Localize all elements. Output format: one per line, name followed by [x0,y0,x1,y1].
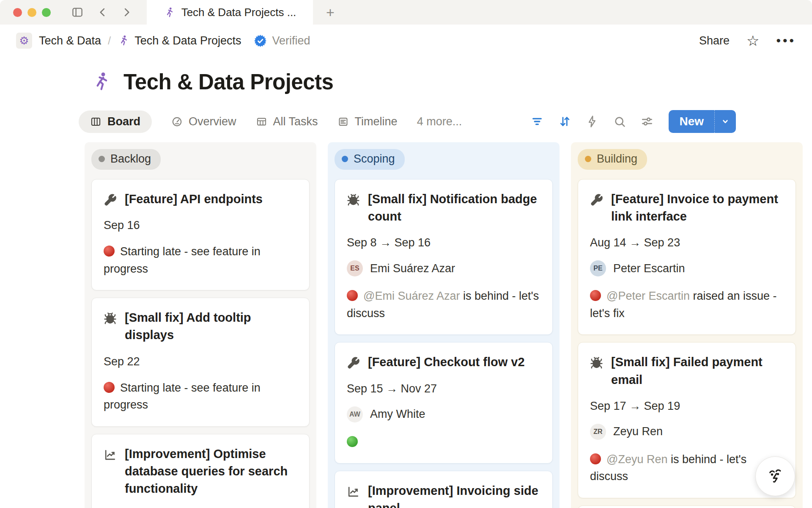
card-date: Sep 22 [104,355,297,368]
assignee-name: Peter Escartin [613,262,685,275]
share-button[interactable]: Share [699,34,730,47]
verified-badge: Verified [254,34,310,47]
task-card[interactable]: [Improvement] Invoicing side panel Sep 1… [335,471,553,508]
task-card[interactable]: [Improvement] Optimise database queries … [91,434,310,508]
favorite-star-icon[interactable]: ☆ [746,33,759,48]
status-dot-icon [585,156,591,162]
card-status-comment [347,433,540,451]
back-icon[interactable] [96,5,110,19]
tab-label: Board [107,115,140,128]
chevron-down-icon [720,116,731,127]
browser-tab[interactable]: Tech & Data Projects ... [147,0,313,25]
column-label: Backlog [110,152,151,166]
notion-ai-face-icon [763,464,787,488]
new-button[interactable]: New [669,110,714,133]
table-icon [256,116,267,127]
status-circle-icon [347,436,358,447]
column-cards: [Feature] Invoice to payment link interf… [578,179,796,508]
bug-icon [590,356,603,370]
forward-icon[interactable] [119,5,134,19]
card-status-comment: @Peter Escartin raised an issue - let's … [590,287,784,322]
more-views-button[interactable]: 4 more... [417,115,462,128]
column-cards: [Small fix] Notification badge count Sep… [335,179,553,508]
chart-icon [347,485,360,498]
new-dropdown-button[interactable] [714,110,736,133]
tab-all-tasks[interactable]: All Tasks [256,115,318,128]
traffic-lights [13,8,51,17]
card-assignee: ZR Zeyu Ren [590,424,784,440]
breadcrumb-page[interactable]: Tech & Data Projects [134,34,241,47]
column-label: Scoping [354,152,395,166]
more-menu-icon[interactable]: ••• [776,34,796,47]
tab-label: Timeline [355,115,398,128]
sort-icon[interactable] [557,114,572,129]
card-assignee: ES Emi Suárez Azar [347,260,540,276]
filter-icon[interactable] [529,114,545,129]
card-title: [Small fix] Notification badge count [368,190,540,225]
verified-seal-icon [254,34,267,47]
task-card[interactable]: [Feature] Invoice to payment link interf… [578,179,796,335]
tab-timeline[interactable]: Timeline [337,115,398,128]
column-status-pill[interactable]: Building [578,149,647,170]
card-title: [Small fix] Failed payment email [611,353,784,388]
avatar: AW [347,406,363,422]
timeline-list-icon [337,116,349,127]
app-window: Tech & Data Projects ... + ⚙ Tech & Data… [0,0,812,508]
task-card[interactable]: [Feature] Advanced settings on partial i… [578,505,796,508]
wrench-icon [104,193,117,207]
runner-icon [164,7,175,18]
view-settings-sliders-icon[interactable] [639,114,655,129]
board-column-backlog: Backlog [Feature] API endpoints Sep 16 S… [85,142,316,508]
status-mention: @Peter Escartin [606,290,693,302]
task-card[interactable]: [Feature] Checkout flow v2 Sep 15 → Nov … [335,342,553,464]
gauge-icon [171,116,183,127]
task-card[interactable]: [Feature] API endpoints Sep 16 Starting … [91,179,310,290]
lightning-icon[interactable] [584,114,600,129]
column-status-pill[interactable]: Scoping [335,149,405,170]
status-dot-icon [342,156,348,162]
runner-icon [118,35,129,47]
sidebar-toggle-icon[interactable] [70,5,85,19]
card-title: [Feature] API endpoints [125,190,263,208]
wrench-icon [590,193,603,207]
status-circle-icon [104,382,115,393]
breadcrumb-workspace[interactable]: Tech & Data [39,34,101,47]
gear-icon[interactable]: ⚙ [16,33,32,49]
status-dot-icon [99,156,105,162]
card-title: [Improvement] Invoicing side panel [368,482,540,508]
search-icon[interactable] [612,114,627,129]
breadcrumb-separator: / [108,34,111,47]
status-circle-icon [590,453,601,464]
tab-overview[interactable]: Overview [171,115,236,128]
task-card[interactable]: [Small fix] Add tooltip displays Sep 22 … [91,298,310,426]
avatar: PE [590,260,606,276]
card-status-comment: @Zeyu Ren is behind - let's discuss [590,451,784,485]
status-mention: @Zeyu Ren [606,453,671,466]
card-assignee: AW Amy White [347,406,540,422]
board-view-icon [90,116,102,127]
card-date: Sep 16 [104,219,297,232]
new-tab-button[interactable]: + [321,0,340,25]
card-title: [Small fix] Add tooltip displays [125,309,297,344]
bug-icon [347,193,360,207]
close-window-button[interactable] [13,8,22,17]
tab-board[interactable]: Board [79,110,152,133]
column-status-pill[interactable]: Backlog [91,149,161,170]
minimize-window-button[interactable] [27,8,36,17]
card-title: [Improvement] Optimise database queries … [125,445,297,498]
notion-ai-fab-button[interactable] [755,456,795,496]
view-bar: Board Overview All Tasks [79,110,736,133]
card-date: Aug 14 → Sep 23 [590,236,784,249]
card-date: Sep 8 → Sep 16 [347,236,540,249]
titlebar: Tech & Data Projects ... + [0,0,812,25]
page-header: Tech & Data Projects [0,64,812,100]
card-status-comment: @Emi Suárez Azar is behind - let's discu… [347,287,540,322]
verified-label: Verified [272,34,310,47]
status-circle-icon [590,290,601,301]
column-label: Building [597,152,637,166]
page-icon-runner[interactable] [91,71,112,92]
task-card[interactable]: [Small fix] Notification badge count Sep… [335,179,553,335]
card-title: [Feature] Checkout flow v2 [368,353,525,371]
zoom-window-button[interactable] [42,8,51,17]
new-button-group: New [669,110,736,133]
